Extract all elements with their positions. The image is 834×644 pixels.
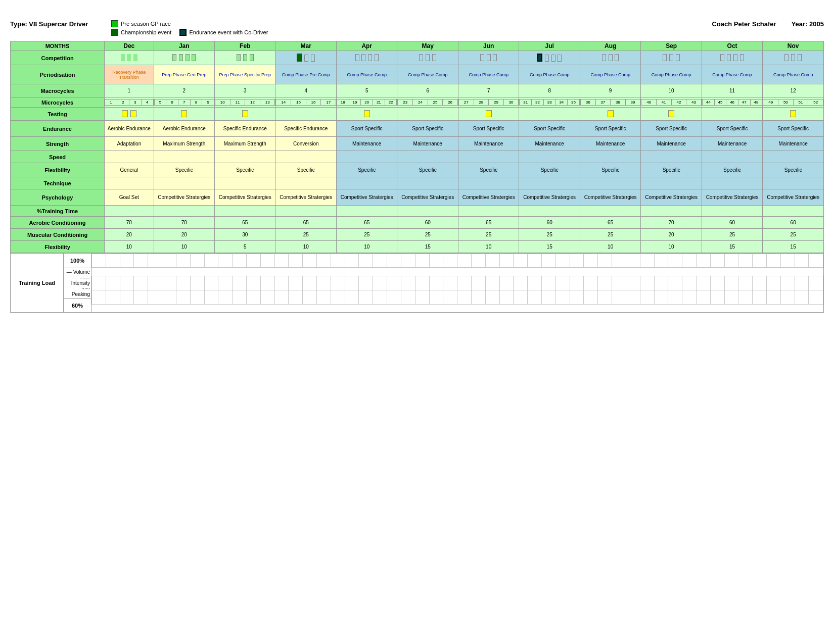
legend-area: Pre season GP race Championship event En… [111,20,268,36]
testing-oct [702,108,762,121]
legend-color-2 [111,29,118,36]
legend-item-1: Pre season GP race [111,20,268,27]
macro-5: 5 [336,84,397,97]
mc-mar: 25 [275,229,336,241]
psychology-jan: Competitive Stratergies [154,189,214,206]
period-aug: Comp Phase Comp [580,65,640,84]
micro-apr: 18 19 20 21 22 [336,97,397,108]
strength-feb: Maximum Strength [215,137,275,151]
flexibility-oct: Specific [702,163,762,177]
ac-sep: 70 [641,217,702,229]
ac-jun: 65 [458,217,519,229]
month-feb: Feb [215,41,275,51]
tl-80-label: — Volume —— Intensity ······ Peaking [64,268,91,299]
flexibility-nov: Specific [763,163,824,177]
endurance-aug: Sport Specific [580,121,640,137]
month-oct: Oct [702,41,762,51]
comp-jan [154,51,214,65]
testing-mar [275,108,336,121]
macro-9: 9 [580,84,640,97]
month-nov: Nov [763,41,824,51]
competition-row: Competition [11,51,824,65]
ac-nov: 60 [763,217,824,229]
legend-text-1: Pre season GP race [121,21,171,27]
psychology-row: Psychology Goal Set Competitive Straterg… [11,189,824,206]
speed-dec [105,151,154,163]
strength-dec: Adaptation [105,137,154,151]
month-jan: Jan [154,41,214,51]
comp-aug [580,51,640,65]
tt-dec [105,206,154,217]
speed-jun [458,151,519,163]
mc-sep: 20 [641,229,702,241]
psychology-jul: Competitive Stratergies [519,189,580,206]
training-load-table: Training Load 100% — Volume —— Intensity… [10,253,824,313]
microcycles-label: Microcycles [11,97,105,108]
endurance-sep: Sport Specific [641,121,702,137]
period-mar: Comp Phase Pre Comp [275,65,336,84]
tt-jun [458,206,519,217]
training-time-row: %Training Time [11,206,824,217]
micro-jun: 27 28 29 30 [458,97,519,108]
aerobic-cond-row: Aerobic Conditioning 70 70 65 65 65 60 6… [11,217,824,229]
endurance-dec: Aerobic Endurance [105,121,154,137]
testing-apr [336,108,397,121]
psychology-nov: Competitive Stratergies [763,189,824,206]
endurance-jun: Sport Specific [458,121,519,137]
technique-jan [154,177,214,189]
endurance-row: Endurance Aerobic Endurance Aerobic Endu… [11,121,824,137]
strength-oct: Maintenance [702,137,762,151]
mc-may: 25 [397,229,458,241]
coach-label: Coach Peter Schafer [712,20,776,28]
endurance-label: Endurance [11,121,105,137]
strength-jul: Maintenance [519,137,580,151]
months-col-header: MONTHS [11,41,105,51]
tl-60-label: 60% [64,299,91,313]
flexibility-jun: Specific [458,163,519,177]
period-jan: Prep Phase Gen Prep [154,65,214,84]
technique-dec [105,177,154,189]
testing-nov [763,108,824,121]
testing-jan [154,108,214,121]
month-sep: Sep [641,41,702,51]
endurance-jan: Aerobic Endurance [154,121,214,137]
comp-jun [458,51,519,65]
technique-row: Technique [11,177,824,189]
testing-dec [105,108,154,121]
flexibility-jan: Specific [154,163,214,177]
micro-may: 23 24 25 26 [397,97,458,108]
technique-aug [580,177,640,189]
endurance-apr: Sport Specific [336,121,397,137]
ac-mar: 65 [275,217,336,229]
speed-oct [702,151,762,163]
micro-feb: 10 11 12 13 [215,97,275,108]
strength-sep: Maintenance [641,137,702,151]
fp-jan: 10 [154,241,214,253]
month-jun: Jun [458,41,519,51]
comp-may [397,51,458,65]
competition-label: Competition [11,51,105,65]
speed-aug [580,151,640,163]
psychology-jun: Competitive Stratergies [458,189,519,206]
tt-jul [519,206,580,217]
speed-label: Speed [11,151,105,163]
endurance-mar: Specific Endurance [275,121,336,137]
macro-10: 10 [641,84,702,97]
psychology-oct: Competitive Stratergies [702,189,762,206]
mc-dec: 20 [105,229,154,241]
main-table: MONTHS Dec Jan Feb Mar Apr May Jun Jul A… [10,41,824,253]
technique-nov [763,177,824,189]
technique-apr [336,177,397,189]
micro-jan: 5 6 7 8 9 [154,97,214,108]
psychology-dec: Goal Set [105,189,154,206]
macrocycles-row: Macrocycles 1 2 3 4 5 6 7 8 9 10 11 12 [11,84,824,97]
comp-sep [641,51,702,65]
macro-8: 8 [519,84,580,97]
comp-mar [275,51,336,65]
flexibility-label: Flexibility [11,163,105,177]
muscular-cond-row: Muscular Conditioning 20 20 30 25 25 25 … [11,229,824,241]
mc-feb: 30 [215,229,275,241]
mc-oct: 25 [702,229,762,241]
year-label: Year: 2005 [792,20,824,28]
speed-jan [154,151,214,163]
